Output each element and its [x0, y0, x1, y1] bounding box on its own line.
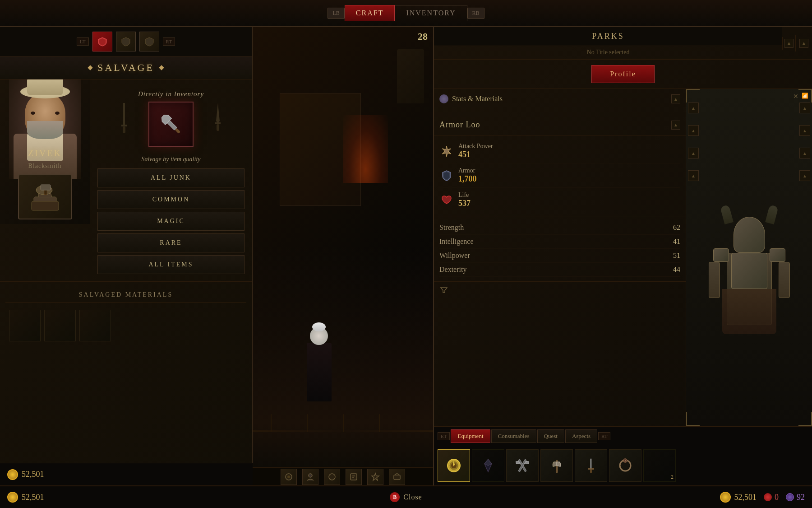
corner-br [798, 412, 812, 426]
equipment-section: ET Equipment Consumables Quest Aspects R… [434, 426, 812, 485]
equip-slot-3[interactable] [506, 449, 539, 482]
stat-attack-info: Attack Power 451 [458, 143, 680, 159]
stat-life-name: Life [458, 191, 680, 199]
equip-slot-5[interactable] [575, 449, 607, 482]
equip-btn-right-2[interactable]: ▲ [799, 125, 810, 136]
gold-amount: 52,501 [22, 470, 44, 479]
diamond-left [88, 65, 92, 70]
stats-scroll-arrow[interactable]: ▲ [671, 94, 680, 103]
stat-attack-value: 451 [458, 150, 680, 159]
equip-btn-right-1[interactable]: ▲ [799, 103, 810, 113]
stat-attack-power: Attack Power 451 [439, 139, 680, 163]
corner-tl [686, 89, 700, 103]
svg-point-13 [287, 475, 290, 478]
tab-consumables[interactable]: Consumables [491, 429, 536, 443]
profile-button[interactable]: Profile [591, 65, 655, 83]
equip-btn-left-4[interactable]: ▲ [688, 170, 699, 181]
quality-buttons: ALL JUNK COMMON MAGIC RARE ALL ITEMS [97, 168, 245, 274]
top-navigation: LB CRAFT INVENTORY RB [0, 0, 812, 27]
armor-scroll-arrow[interactable]: ▲ [671, 121, 680, 130]
red-resource-icon [764, 493, 772, 501]
attack-power-icon [439, 144, 454, 158]
salvaged-title: SALVAGED MATERIALS [5, 288, 246, 303]
scene-nav-6[interactable] [389, 469, 405, 485]
svg-rect-4 [41, 185, 51, 190]
bottom-left-gold: 52,501 [7, 492, 44, 503]
svg-rect-1 [32, 201, 59, 210]
attributes-section: Strength 62 Intelligence 41 Willpower 51… [434, 216, 686, 281]
stat-attack-name: Attack Power [458, 143, 680, 150]
scene-nav-5[interactable] [367, 469, 383, 485]
btn-common[interactable]: COMMON [97, 190, 245, 209]
stat-armor-value: 1,700 [458, 174, 680, 184]
inventory-tab[interactable]: INVENTORY [395, 5, 467, 21]
scene-nav-2[interactable] [302, 469, 318, 485]
equip-btn-left-2[interactable]: ▲ [688, 125, 699, 136]
svg-point-14 [309, 474, 312, 477]
material-slot-1 [9, 310, 41, 341]
btn-magic[interactable]: MAGIC [97, 212, 245, 231]
svg-rect-29 [590, 470, 592, 473]
subtab-rt: RT [163, 37, 175, 46]
equip-btn-right-4[interactable]: ▲ [799, 170, 810, 181]
equipment-grid: 2 [434, 446, 812, 485]
right-panel-content: Stats & Materials ▲ Armor Loo ▲ [434, 89, 812, 426]
equip-slot-4[interactable] [540, 449, 573, 482]
sub-tabs-row: LT RT [0, 27, 252, 56]
directly-inventory-label: Directly in Inventory [138, 90, 204, 98]
perks-subtitle: No Title selected [434, 46, 782, 59]
craft-tab[interactable]: CRAFT [345, 5, 395, 21]
armor-loo-label: Armor Loo [439, 120, 480, 130]
btn-all-items[interactable]: ALL ITEMS [97, 255, 245, 274]
subtab-shield-3[interactable] [139, 32, 159, 51]
equip-tag-rt: RT [598, 432, 610, 440]
attr-dexterity: Dexterity 44 [439, 263, 680, 277]
stat-life-value: 537 [458, 199, 680, 208]
svg-rect-5 [123, 103, 125, 126]
scene-nav-1[interactable] [281, 469, 297, 485]
scroll-up-2[interactable]: ▲ [799, 39, 808, 48]
equip-slot-6[interactable] [609, 449, 641, 482]
nav-tag-rb: RB [467, 8, 484, 19]
stats-icon [439, 94, 448, 103]
profile-section: Profile [434, 60, 812, 89]
equip-slot-1[interactable] [438, 449, 470, 482]
stats-header-row: Stats & Materials ▲ [434, 89, 686, 109]
npc-portrait: ZIVEK Blacksmith [0, 79, 90, 224]
tab-equipment[interactable]: Equipment [451, 429, 490, 443]
close-label[interactable]: Close [403, 493, 422, 501]
scroll-up-1[interactable]: ▲ [784, 39, 794, 48]
life-icon [439, 193, 454, 207]
close-panel-icon[interactable]: ✕ [793, 93, 798, 100]
equip-slot-2[interactable] [472, 449, 504, 482]
stats-column: Stats & Materials ▲ Armor Loo ▲ [434, 89, 686, 426]
btn-all-junk[interactable]: ALL JUNK [97, 168, 245, 187]
subtab-shield-1[interactable] [92, 32, 112, 51]
svg-rect-10 [215, 122, 221, 124]
equip-btn-left-3[interactable]: ▲ [688, 148, 699, 158]
svg-rect-7 [123, 126, 125, 133]
bottom-purple-resource: 92 [786, 493, 805, 502]
left-gold-bar: 52,501 [0, 463, 253, 485]
attr-intelligence-value: 41 [673, 238, 680, 246]
equip-slot-7[interactable]: 2 [643, 449, 676, 482]
item-slot[interactable] [148, 102, 194, 147]
scene-nav-3[interactable] [324, 469, 340, 485]
salvaged-materials-section: SALVAGED MATERIALS [0, 282, 252, 350]
btn-rare[interactable]: RARE [97, 233, 245, 252]
purple-resource-value: 92 [797, 493, 805, 502]
tab-quest[interactable]: Quest [537, 429, 564, 443]
quality-label: Salvage by item quality [141, 156, 200, 163]
subtab-shield-2[interactable] [116, 32, 136, 51]
close-button-area[interactable]: B Close [390, 492, 422, 502]
nav-tag-lb: LB [328, 8, 344, 19]
scene-nav-4[interactable] [346, 469, 362, 485]
equip-btn-right-3[interactable]: ▲ [799, 148, 810, 158]
filter-icon[interactable] [439, 285, 448, 294]
item-controls: Directly in Inventory [90, 79, 252, 281]
equip-btn-left-1[interactable]: ▲ [688, 103, 699, 113]
scene-bottom-nav [253, 467, 433, 485]
bottom-gold-amount-left: 52,501 [22, 493, 44, 502]
bottom-red-resource: 0 [764, 493, 779, 502]
tab-aspects[interactable]: Aspects [565, 429, 597, 443]
